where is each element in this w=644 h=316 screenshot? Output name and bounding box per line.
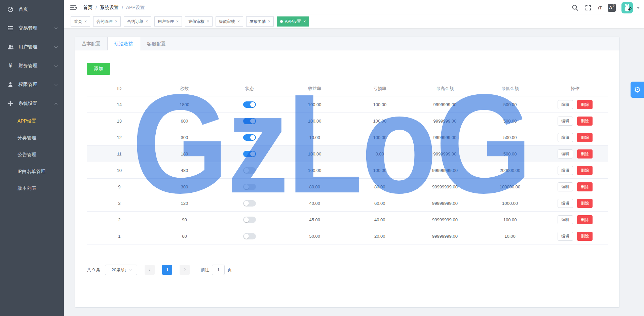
- font-size-icon[interactable]: TT: [598, 5, 602, 10]
- tag-label: 合约管理: [97, 19, 113, 25]
- sidebar-item-label: 系统设置: [18, 100, 37, 106]
- tag-item[interactable]: 合约管理×: [93, 16, 121, 27]
- sidebar-item-trade[interactable]: 交易管理: [0, 19, 64, 38]
- edit-button[interactable]: 编辑: [558, 215, 573, 224]
- close-icon[interactable]: ×: [237, 19, 240, 24]
- tag-item[interactable]: 用户管理×: [154, 16, 182, 27]
- search-icon[interactable]: [571, 4, 579, 11]
- delete-button[interactable]: 删除: [577, 149, 593, 159]
- delete-button[interactable]: 删除: [577, 117, 593, 126]
- table-row: 13600100.00100.009999999.00500.00编辑删除: [87, 113, 608, 129]
- edit-button[interactable]: 编辑: [558, 117, 573, 126]
- delete-button[interactable]: 删除: [577, 215, 593, 224]
- close-icon[interactable]: ×: [268, 19, 270, 24]
- tab-service[interactable]: 客服配置: [140, 37, 173, 50]
- status-toggle[interactable]: [243, 217, 256, 223]
- cell-profit-rate: 100.00: [282, 168, 347, 173]
- sidebar-item-users[interactable]: 用户管理: [0, 38, 64, 56]
- table-row: 312040.0060.0099999999.001000.00编辑删除: [87, 195, 608, 212]
- cell-loss-rate: 100.00: [347, 135, 413, 140]
- delete-button[interactable]: 删除: [577, 182, 593, 191]
- tag-item[interactable]: 提款审核×: [216, 16, 243, 27]
- tag-item[interactable]: 首页×: [71, 16, 90, 27]
- app-root: 首页交易管理用户管理¥财务管理权限管理系统设置APP设置分类管理公告管理IP白名…: [0, 0, 644, 316]
- status-toggle[interactable]: [243, 118, 256, 124]
- sidebar-subitem-ip-whitelist[interactable]: IP白名单管理: [0, 163, 64, 180]
- hamburger-icon[interactable]: [70, 4, 77, 11]
- sidebar-item-permissions[interactable]: 权限管理: [0, 75, 64, 94]
- breadcrumb-home[interactable]: 首页: [83, 5, 92, 11]
- sidebar-item-home[interactable]: 首页: [0, 0, 64, 19]
- settings-fab[interactable]: ⚙: [631, 82, 644, 98]
- cell-status: [217, 101, 282, 108]
- cell-loss-rate: 20.00: [347, 234, 413, 239]
- sidebar-subitem-categories[interactable]: 分类管理: [0, 130, 64, 146]
- sidebar-subitem-versions[interactable]: 版本列表: [0, 180, 64, 197]
- cell-operations: 编辑删除: [542, 117, 608, 126]
- next-page-button[interactable]: [180, 265, 190, 275]
- tag-item[interactable]: 发放奖励×: [246, 16, 274, 27]
- edit-button[interactable]: 编辑: [558, 232, 573, 241]
- tag-item[interactable]: 合约订单×: [124, 16, 151, 27]
- edit-button[interactable]: 编辑: [558, 182, 573, 191]
- sidebar-item-finance[interactable]: ¥财务管理: [0, 56, 64, 75]
- status-toggle[interactable]: [243, 167, 256, 174]
- cell-min-amount: 100.00: [478, 217, 543, 222]
- tab-basic[interactable]: 基本配置: [75, 37, 107, 50]
- page-number-button[interactable]: 1: [162, 265, 172, 275]
- close-icon[interactable]: ×: [303, 19, 306, 24]
- translate-icon[interactable]: A文: [608, 4, 616, 12]
- cell-seconds: 90: [152, 217, 217, 222]
- sidebar-subitem-announcements[interactable]: 公告管理: [0, 146, 64, 163]
- avatar[interactable]: [621, 2, 633, 13]
- delete-button[interactable]: 删除: [577, 199, 593, 208]
- sidebar-subitem-app-settings[interactable]: APP设置: [0, 113, 64, 130]
- cell-seconds: 60: [152, 234, 217, 239]
- status-toggle[interactable]: [243, 233, 256, 239]
- cell-status: [217, 217, 282, 223]
- cell-loss-rate: 80.00: [347, 184, 413, 189]
- tab-play-profit[interactable]: 玩法收益: [107, 37, 140, 50]
- close-icon[interactable]: ×: [207, 19, 209, 24]
- close-icon[interactable]: ×: [176, 19, 179, 24]
- cell-max-amount: 99999999.00: [412, 234, 478, 239]
- close-icon[interactable]: ×: [84, 19, 87, 24]
- caret-down-icon[interactable]: [637, 7, 640, 9]
- cell-id: 11: [87, 151, 152, 156]
- tag-item[interactable]: 充值审核×: [185, 16, 213, 27]
- cell-operations: 编辑删除: [542, 133, 608, 142]
- cell-id: 1: [87, 234, 152, 239]
- edit-button[interactable]: 编辑: [558, 166, 573, 175]
- cell-status: [217, 167, 282, 174]
- column-header: 操作: [542, 86, 608, 92]
- tag-item[interactable]: APP设置×: [277, 16, 309, 27]
- status-toggle[interactable]: [243, 151, 256, 157]
- edit-button[interactable]: 编辑: [558, 149, 573, 159]
- status-toggle[interactable]: [243, 134, 256, 141]
- pagination: 共 9 条 20条/页 1 前往 页: [87, 265, 608, 275]
- status-toggle[interactable]: [243, 101, 256, 108]
- add-button[interactable]: 添加: [87, 63, 110, 75]
- status-toggle[interactable]: [243, 184, 256, 190]
- delete-button[interactable]: 删除: [577, 100, 593, 109]
- close-icon[interactable]: ×: [115, 19, 117, 24]
- content-area: 基本配置玩法收益客服配置 添加 ID秒数状态收益率亏损率最高金额最低金额操作 1…: [64, 28, 644, 308]
- sidebar-item-label: 权限管理: [18, 82, 37, 88]
- edit-button[interactable]: 编辑: [558, 133, 573, 142]
- fullscreen-icon[interactable]: [584, 4, 592, 11]
- delete-button[interactable]: 删除: [577, 133, 593, 142]
- edit-button[interactable]: 编辑: [558, 199, 573, 208]
- prev-page-button[interactable]: [145, 265, 155, 275]
- cell-status: [217, 200, 282, 207]
- tag-label: 用户管理: [158, 19, 174, 25]
- breadcrumb-system[interactable]: 系统设置: [100, 5, 119, 11]
- sidebar-item-system[interactable]: 系统设置: [0, 94, 64, 113]
- delete-button[interactable]: 删除: [577, 166, 593, 175]
- edit-button[interactable]: 编辑: [558, 100, 573, 109]
- goto-page-input[interactable]: [212, 265, 225, 275]
- delete-button[interactable]: 删除: [577, 232, 593, 241]
- status-toggle[interactable]: [243, 200, 256, 207]
- page-size-select[interactable]: 20条/页: [105, 265, 137, 275]
- cell-loss-rate: 100.00: [347, 119, 413, 124]
- close-icon[interactable]: ×: [146, 19, 148, 24]
